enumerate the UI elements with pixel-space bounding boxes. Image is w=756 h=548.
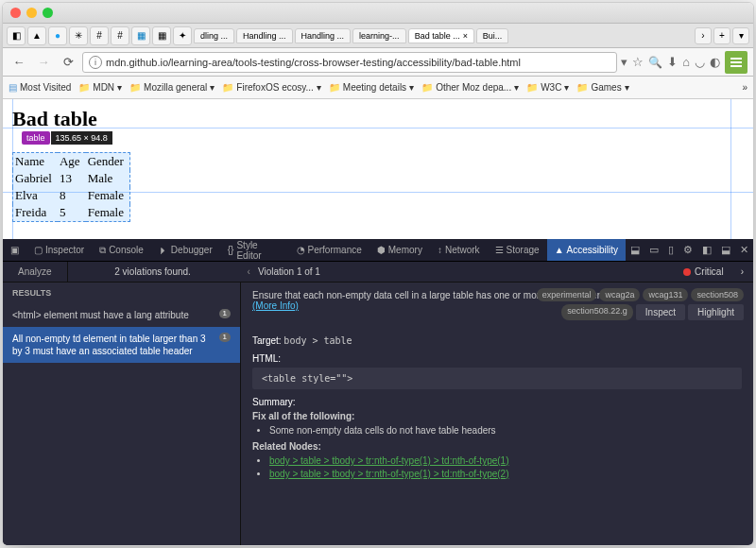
pinned-tab[interactable]: ● [48, 26, 67, 45]
target-selector: body > table [284, 335, 352, 346]
analyze-button[interactable]: Analyze [3, 262, 68, 282]
bookmark-item[interactable]: 📁MDN▾ [78, 82, 122, 93]
results-header: RESULTS [3, 283, 240, 303]
pinned-tab[interactable]: ✦ [173, 26, 192, 45]
pinned-tab[interactable]: ✳ [69, 26, 88, 45]
close-tab-icon[interactable]: × [463, 31, 468, 41]
close-devtools-icon[interactable]: ✕ [735, 244, 753, 256]
severity-indicator: Critical › [674, 266, 753, 277]
pinned-tab[interactable]: # [90, 26, 109, 45]
result-item-selected[interactable]: All non-empty td element in table larger… [3, 327, 240, 363]
next-violation-icon[interactable]: › [741, 266, 744, 277]
responsive-icon[interactable]: ▭ [644, 244, 663, 256]
field-label: Target: [252, 335, 282, 346]
tab-console[interactable]: ⧉ Console [92, 239, 151, 261]
pinned-tab[interactable]: # [111, 26, 129, 45]
back-icon[interactable]: ← [9, 52, 29, 73]
inspect-button[interactable]: Inspect [636, 304, 685, 320]
tab-network[interactable]: ↕ Network [430, 239, 488, 261]
results-sidebar: RESULTS <html> element must have a lang … [3, 283, 241, 545]
bookmark-label: FirefoxOS ecosy... [236, 82, 314, 93]
site-info-icon[interactable]: i [89, 56, 102, 69]
tab-debugger[interactable]: ⏵ Debugger [151, 239, 220, 261]
tag-container: experimental wcag2a wcag131 section508 s… [479, 288, 744, 320]
browser-tab[interactable]: learning-... [352, 28, 406, 43]
bookmark-item[interactable]: 📁Meeting details▾ [329, 82, 414, 93]
tab-list-icon[interactable]: ▾ [732, 27, 749, 44]
gear-icon[interactable]: ⚙ [679, 244, 697, 256]
browser-tab[interactable]: Bui... [476, 28, 509, 43]
prev-violation-icon[interactable]: ‹ [248, 266, 250, 277]
result-count: 1 [219, 309, 231, 318]
pocket-icon[interactable]: ◡ [695, 55, 705, 69]
element-measure-overlay: table 135.65 × 94.8 [22, 131, 112, 145]
reload-icon[interactable]: ⟳ [58, 52, 78, 73]
browser-tab[interactable]: dling ... [194, 28, 234, 43]
bookmark-item[interactable]: 📁FirefoxOS ecosy...▾ [222, 82, 321, 93]
bookmarks-overflow-icon[interactable]: » [742, 82, 747, 93]
html-code: <table style=""> [252, 368, 742, 389]
iframe-select-icon[interactable]: ▣ [3, 239, 26, 261]
maximize-icon[interactable] [43, 8, 53, 18]
tab-inspector[interactable]: ▢ Inspector [26, 239, 92, 261]
page-title: Bad table [12, 107, 744, 131]
dock-bottom-icon[interactable]: ⬓ [716, 244, 735, 256]
download-icon[interactable]: ⬇ [667, 55, 678, 69]
bookmark-label: Mozilla general [144, 82, 207, 93]
devtools-subbar: Analyze 2 violations found. ‹ Violation … [3, 262, 753, 283]
tab-memory[interactable]: ⬢ Memory [369, 239, 430, 261]
folder-icon: ▤ [9, 82, 17, 93]
bookmark-label: Other Moz depa... [436, 82, 511, 93]
bookmark-item[interactable]: 📁Mozilla general▾ [129, 82, 215, 93]
related-node-link[interactable]: body > table > tbody > tr:nth-of-type(1)… [269, 469, 508, 479]
tab-label: dling ... [200, 31, 228, 41]
home-icon[interactable]: ⌂ [682, 55, 690, 69]
fix-item: Some non-empty data cells do not have ta… [269, 425, 742, 436]
toolbar: ← → ⟳ i mdn.github.io/learning-area/tool… [3, 48, 753, 77]
data-table[interactable]: NameAgeGender Gabriel13Male Elva8Female … [12, 152, 130, 222]
dropdown-icon[interactable]: ▾ [621, 55, 627, 69]
tab-label: learning-... [359, 31, 400, 41]
bookmark-label: Games [591, 82, 621, 93]
browser-tab[interactable]: Handling ... [295, 28, 352, 43]
tab-scroll-right-icon[interactable]: › [695, 27, 712, 44]
bookmark-item[interactable]: 📁W3C▾ [526, 82, 569, 93]
browser-tab[interactable]: Handling ... [236, 28, 293, 43]
url-input[interactable]: i mdn.github.io/learning-area/tools-test… [82, 52, 617, 73]
pinned-tab[interactable]: ▦ [152, 26, 171, 45]
tab-storage[interactable]: ☰ Storage [488, 239, 547, 261]
pinned-tab[interactable]: ▲ [27, 26, 46, 45]
new-tab-icon[interactable]: + [713, 27, 730, 44]
pinned-tab[interactable]: ▦ [131, 26, 150, 45]
tab-performance[interactable]: ◔ Performance [289, 239, 369, 261]
dock-side-icon[interactable]: ◧ [697, 244, 716, 256]
close-icon[interactable] [10, 8, 21, 18]
split-console-icon[interactable]: ⬓ [626, 244, 644, 256]
search-icon[interactable]: 🔍 [648, 56, 662, 69]
window-controls [10, 8, 53, 18]
tab-style-editor[interactable]: {} Style Editor [220, 239, 289, 261]
responsive-mobile-icon[interactable]: ▯ [663, 244, 679, 256]
forward-icon[interactable]: → [33, 52, 54, 73]
star-icon[interactable]: ☆ [632, 55, 644, 69]
devtools-body: RESULTS <html> element must have a lang … [3, 283, 753, 545]
pinned-tab[interactable]: ◧ [7, 26, 26, 45]
url-text: mdn.github.io/learning-area/tools-testin… [106, 57, 521, 68]
shield-icon[interactable]: ◐ [710, 55, 720, 69]
bookmark-item[interactable]: ▤Most Visited [9, 82, 71, 93]
more-info-link[interactable]: (More Info) [252, 300, 299, 311]
tab-label: Handling ... [301, 31, 345, 41]
tab-accessibility[interactable]: ▲ Accessibility [547, 239, 626, 261]
bookmark-item[interactable]: 📁Other Moz depa...▾ [421, 82, 519, 93]
bookmark-item[interactable]: 📁Games▾ [576, 82, 628, 93]
folder-icon: 📁 [222, 82, 233, 93]
highlight-button[interactable]: Highlight [688, 304, 744, 320]
wcag-tag: section508 [691, 288, 744, 301]
related-node-link[interactable]: body > table > tbody > tr:nth-of-type(1)… [269, 455, 508, 466]
result-text: All non-empty td element in table larger… [12, 333, 215, 357]
field-label: Summary: [252, 397, 742, 407]
result-item[interactable]: <html> element must have a lang attribut… [3, 303, 240, 327]
browser-tab-active[interactable]: Bad table ...× [408, 28, 474, 43]
minimize-icon[interactable] [26, 8, 37, 18]
menu-icon[interactable] [725, 51, 747, 74]
